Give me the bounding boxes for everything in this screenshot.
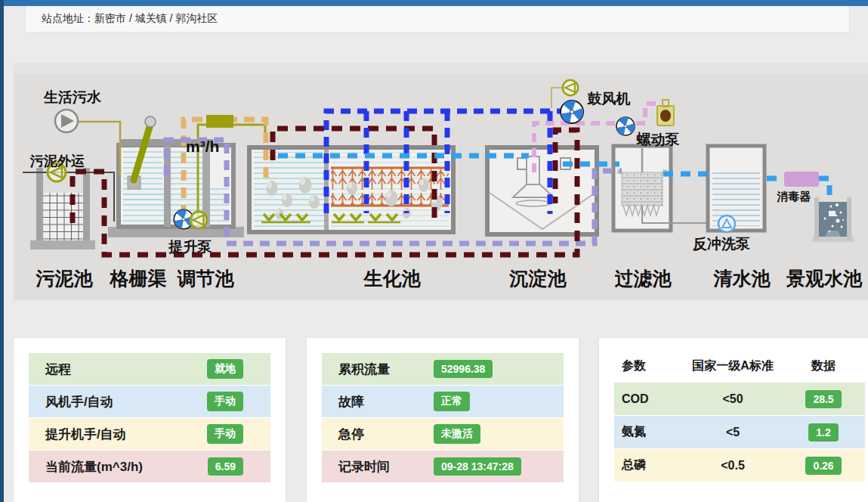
param-standard: <50	[684, 392, 782, 406]
fan-mode-badge[interactable]: 手动	[207, 392, 243, 411]
diagram-top-strip	[14, 63, 868, 73]
top-accent-bar	[0, 0, 868, 6]
tank-label-cleanwater: 清水池	[713, 268, 771, 289]
filter-media	[622, 172, 663, 206]
remote-mode-badge[interactable]: 就地	[207, 359, 243, 379]
table-row: 累积流量 52996.38	[322, 353, 564, 385]
tank-label-sludge: 污泥池	[36, 268, 94, 289]
col-header-standard: 国家一级A标准	[684, 358, 782, 374]
tank-label-filter: 过滤池	[615, 268, 672, 289]
param-name: 氨氮	[614, 424, 684, 440]
tank-label-landscape: 景观水池	[786, 268, 863, 289]
inflow-pump-icon	[55, 110, 78, 132]
sludge-out-label: 污泥外运	[29, 153, 85, 169]
row-label: 风机手/自动	[29, 393, 113, 411]
table-row: 故障 正常	[322, 386, 564, 417]
quality-header-row: 参数 国家一级A标准 数据	[614, 349, 865, 383]
table-row: 急停 未激活	[322, 418, 564, 450]
nh3n-value-badge: 1.2	[808, 423, 838, 442]
estop-status-badge: 未激活	[434, 424, 480, 444]
table-row: 当前流量(m^3/h) 6.59	[29, 451, 270, 482]
tp-value-badge: 0.26	[805, 457, 841, 475]
record-time-badge: 09-28 13:47:28	[434, 457, 521, 476]
scada-page: 站点地址：新密市 / 城关镇 / 郭沟社区	[0, 0, 868, 502]
lift-pump-label: 提升泵	[168, 239, 213, 255]
param-name: 总磷	[614, 457, 684, 473]
disinfector-unit	[784, 172, 819, 187]
backwash-pump-label: 反冲洗泵	[692, 236, 751, 252]
backwash-pump-icon	[718, 215, 735, 232]
table-row: 风机手/自动 手动	[29, 386, 270, 417]
row-label: 故障	[322, 393, 417, 411]
process-flow-diagram: 生活污水 污泥外运 提升泵 m³/h 鼓风机 螺动泵 消毒器 反冲洗泵 污泥池 …	[14, 73, 868, 300]
row-label: 累积流量	[322, 361, 417, 378]
flow-meter	[206, 115, 233, 128]
col-header-param: 参数	[614, 358, 684, 374]
sedimentation-tank	[487, 147, 597, 234]
landscape-pool	[812, 197, 854, 242]
fault-status-badge: 正常	[434, 392, 470, 411]
left-accent-bar	[0, 0, 4, 502]
table-row: 远程 就地	[29, 353, 270, 385]
row-label: 急停	[322, 426, 417, 443]
tank-label-bio: 生化池	[363, 268, 422, 289]
param-standard: <0.5	[684, 459, 782, 473]
table-row: 总磷 <0.5 0.26	[614, 449, 865, 482]
row-label: 当前流量(m^3/h)	[29, 458, 143, 476]
status-panel: 累积流量 52996.38 故障 正常 急停 未激活 记录时间 09-28 13…	[307, 338, 579, 502]
dosing-jar-icon	[657, 100, 674, 126]
blower-valve-icon	[563, 80, 578, 95]
cod-value-badge: 28.5	[805, 390, 841, 408]
filter-tank	[613, 146, 718, 231]
dosing-fan-icon	[615, 115, 635, 135]
table-row: 氨氮 <5 1.2	[614, 416, 865, 448]
tank-label-gridchannel: 格栅渠	[110, 268, 167, 289]
row-label: 提升机手/自动	[29, 426, 126, 443]
param-standard: <5	[684, 426, 782, 439]
site-header: 站点地址：新密市 / 城关镇 / 郭沟社区	[25, 6, 850, 33]
tank-label-sediment: 沉淀池	[509, 268, 567, 289]
control-panel: 远程 就地 风机手/自动 手动 提升机手/自动 手动 当前流量(m^3/h) 6…	[14, 338, 286, 502]
bio-tank	[249, 147, 453, 232]
row-label: 远程	[29, 361, 71, 378]
flow-unit-label: m³/h	[186, 138, 219, 155]
blower-label: 鼓风机	[587, 91, 631, 107]
table-row: 记录时间 09-28 13:47:28	[322, 451, 564, 482]
total-flow-badge: 52996.38	[434, 360, 493, 378]
quality-panel: 参数 国家一级A标准 数据 COD <50 28.5 氨氮 <5 1.2 总磷 …	[599, 338, 868, 502]
lift-pump-valve-icon	[190, 212, 207, 228]
blower-fan-icon	[558, 98, 583, 123]
dosing-pump-label: 螺动泵	[636, 132, 681, 147]
process-flow-svg: 生活污水 污泥外运 提升泵 m³/h 鼓风机 螺动泵 消毒器 反冲洗泵 污泥池 …	[14, 73, 868, 300]
row-label: 记录时间	[322, 458, 417, 476]
current-flow-badge: 6.59	[208, 457, 243, 476]
pipe-blower-khaki	[551, 88, 562, 108]
col-header-data: 数据	[782, 358, 865, 374]
site-address-label: 站点地址：新密市 / 城关镇 / 郭沟社区	[26, 6, 849, 31]
tank-label-regulating: 调节池	[177, 268, 235, 289]
inflow-label: 生活污水	[43, 89, 102, 105]
table-row: 提升机手/自动 手动	[29, 418, 270, 450]
param-name: COD	[614, 392, 684, 406]
table-row: COD <50 28.5	[614, 383, 865, 415]
clean-water-tank	[708, 146, 765, 231]
lift-mode-badge[interactable]: 手动	[207, 424, 243, 444]
disinfector-label: 消毒器	[777, 190, 811, 203]
